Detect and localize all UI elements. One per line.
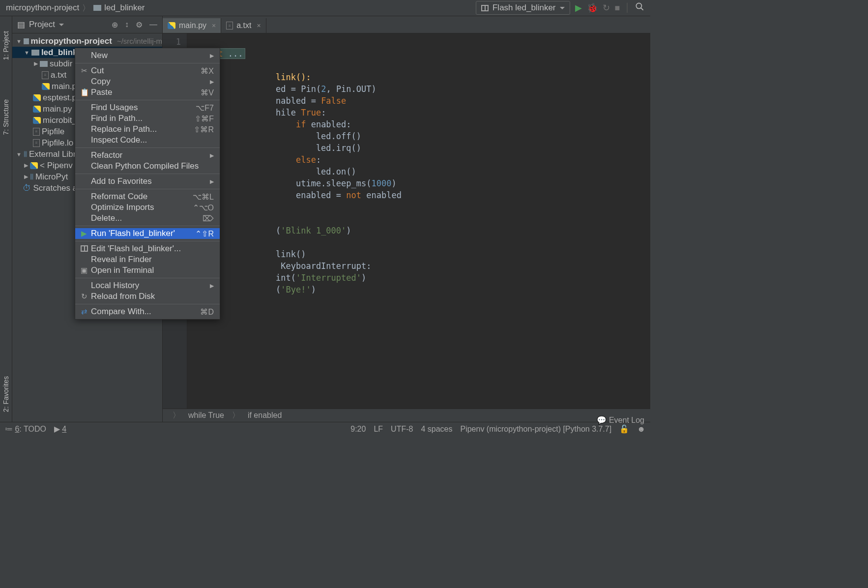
svg-line-1 (641, 8, 643, 10)
status-pos[interactable]: 9:20 (350, 425, 366, 434)
ctx-new[interactable]: New▶ (75, 50, 220, 61)
python-icon (33, 117, 41, 124)
folder-icon (93, 5, 101, 11)
target-icon[interactable]: ⊕ (112, 20, 118, 29)
python-icon (33, 106, 41, 113)
tool-todo[interactable]: ≔ 6: TODO (5, 424, 46, 434)
ctx-paste[interactable]: 📋Paste⌘V (75, 87, 220, 98)
rail-project[interactable]: 1: Project (2, 31, 10, 60)
ctx-refactor[interactable]: Refactor▶ (75, 150, 220, 161)
svg-point-0 (636, 3, 641, 8)
chevron-down-icon[interactable] (59, 24, 64, 26)
layout-icon (80, 245, 88, 253)
tab-a-txt[interactable]: ≡a.txt× (221, 18, 266, 33)
ctx-local-hist[interactable]: Local History▶ (75, 280, 220, 291)
project-header: ▤ Project ⊕ ↕ ⚙ — (12, 16, 162, 33)
compare-icon: ⇄ (80, 307, 88, 316)
search-icon[interactable] (635, 2, 644, 14)
ide-icon[interactable]: ☻ (637, 425, 645, 434)
folder-icon (31, 50, 39, 56)
ctx-inspect[interactable]: Inspect Code... (75, 135, 220, 146)
rail-favorites[interactable]: 2: Favorites (2, 376, 10, 412)
status-le[interactable]: LF (374, 425, 383, 434)
breadcrumb-current[interactable]: led_blinker (104, 3, 145, 13)
lock-icon[interactable]: 🔓 (619, 424, 629, 434)
ctx-replace-path[interactable]: Replace in Path...⇧⌘R (75, 124, 220, 135)
folder-icon (40, 61, 48, 67)
navigation-bar: micropython-project 〉 led_blinker Flash … (0, 0, 650, 16)
file-icon: ≡ (226, 22, 233, 29)
event-log[interactable]: 💬 Event Log (597, 415, 644, 425)
ctx-find-usages[interactable]: Find Usages⌥F7 (75, 102, 220, 113)
editor-area: main.py× ≡a.txt× 1 import import ...... … (163, 16, 650, 422)
ctx-favorites[interactable]: Add to Favorites▶ (75, 176, 220, 187)
run-config-label: Flash led_blinker (492, 3, 556, 13)
tab-main-py[interactable]: main.py× (163, 18, 221, 33)
file-icon: ≡ (42, 71, 49, 79)
code-editor[interactable]: 1 import import ...... link(): ed = Pin(… (163, 33, 650, 409)
python-icon (33, 94, 41, 101)
terminal-icon: ▣ (80, 266, 88, 275)
breadcrumb-root[interactable]: micropython-project (6, 3, 79, 13)
chevron-down-icon (560, 7, 565, 9)
project-label[interactable]: Project (29, 20, 55, 29)
file-icon: ≡ (33, 139, 40, 147)
ctx-optimize[interactable]: Optimize Imports⌃⌥O (75, 202, 220, 213)
hide-icon[interactable]: — (149, 20, 157, 29)
status-interp[interactable]: Pipenv (micropython-project) [Python 3.7… (460, 425, 611, 434)
stop-icon[interactable]: ■ (615, 3, 620, 13)
ctx-reveal[interactable]: Reveal in Finder (75, 254, 220, 265)
run-icon[interactable]: ▶ (575, 2, 582, 13)
coverage-icon[interactable]: ↻ (603, 2, 610, 13)
project-view-icon: ▤ (17, 20, 25, 30)
ctx-edit[interactable]: Edit 'Flash led_blinker'... (75, 243, 220, 254)
crumb-if[interactable]: if enabled (248, 411, 282, 420)
ctx-reload[interactable]: ↻Reload from Disk (75, 291, 220, 302)
debug-icon[interactable]: 🐞 (587, 2, 598, 13)
reload-icon: ↻ (80, 292, 88, 301)
ctx-compare[interactable]: ⇄Compare With...⌘D (75, 306, 220, 317)
rail-structure[interactable]: 7: Structure (2, 99, 10, 135)
editor-tabs: main.py× ≡a.txt× (163, 16, 650, 33)
editor-breadcrumb: 〉while True 〉if enabled (163, 409, 650, 422)
ctx-open-term[interactable]: ▣Open in Terminal (75, 265, 220, 276)
tool-run[interactable]: ▶ 4 (54, 424, 66, 434)
layout-icon (481, 5, 489, 11)
crumb-while[interactable]: while True (188, 411, 224, 420)
collapse-icon[interactable]: ↕ (125, 20, 129, 29)
cut-icon: ✂ (80, 66, 88, 75)
ctx-clean[interactable]: Clean Python Compiled Files (75, 161, 220, 172)
ctx-run[interactable]: ▶Run 'Flash led_blinker'⌃⇧R (75, 228, 220, 239)
ctx-cut[interactable]: ✂Cut⌘X (75, 65, 220, 76)
toolbar-right: Flash led_blinker ▶ 🐞 ↻ ■ │ (476, 1, 644, 15)
gear-icon[interactable]: ⚙ (136, 20, 143, 29)
status-indent[interactable]: 4 spaces (421, 425, 452, 434)
close-icon[interactable]: × (212, 22, 216, 29)
ctx-copy[interactable]: Copy▶ (75, 76, 220, 87)
python-icon (30, 162, 38, 169)
run-icon: ▶ (80, 229, 88, 238)
context-menu: New▶ ✂Cut⌘X Copy▶ 📋Paste⌘V Find Usages⌥F… (75, 48, 220, 320)
file-icon: ≡ (33, 128, 40, 136)
status-bar: ≔ 6: TODO ▶ 4 9:20 LF UTF-8 4 spaces Pip… (0, 422, 650, 436)
run-config-selector[interactable]: Flash led_blinker (476, 1, 570, 15)
left-tool-rail: 1: Project 7: Structure 2: Favorites (0, 16, 12, 422)
folder-icon (24, 38, 29, 44)
chevron-icon: 〉 (82, 2, 90, 14)
status-enc[interactable]: UTF-8 (391, 425, 413, 434)
ctx-delete[interactable]: Delete...⌦ (75, 213, 220, 224)
python-icon (42, 83, 50, 90)
ctx-reformat[interactable]: Reformat Code⌥⌘L (75, 191, 220, 202)
tree-root[interactable]: ▼ micropython-project~/src/intellij-m (12, 35, 162, 47)
close-icon[interactable]: × (257, 22, 260, 29)
python-icon (168, 22, 175, 29)
ctx-find-path[interactable]: Find in Path...⇧⌘F (75, 113, 220, 124)
paste-icon: 📋 (80, 88, 88, 97)
